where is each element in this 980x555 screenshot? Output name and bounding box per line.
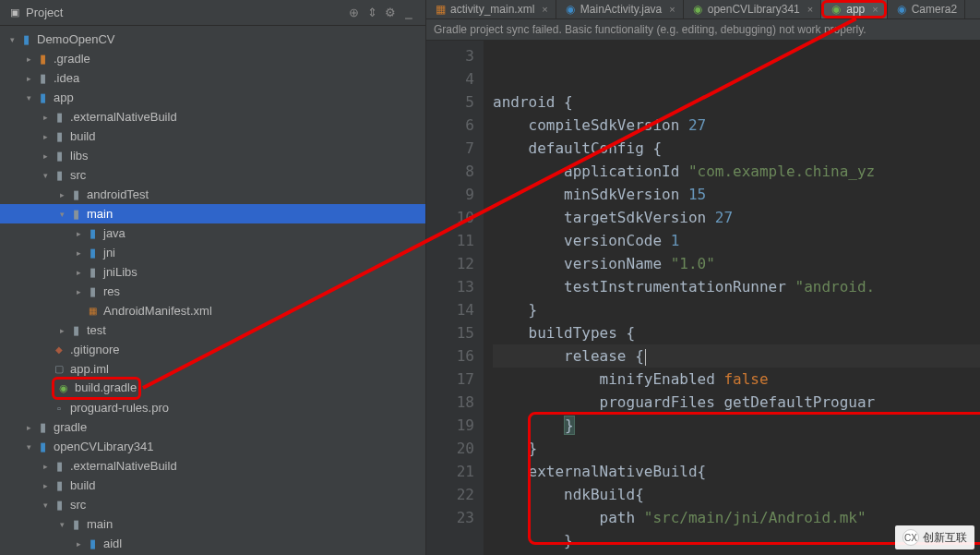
tree-item-test[interactable]: test	[0, 320, 425, 340]
tree-label: main	[87, 517, 113, 531]
expand-arrow[interactable]	[41, 462, 50, 471]
code-line[interactable]: buildTypes {	[493, 321, 980, 344]
tree-item-src[interactable]: src	[0, 165, 425, 185]
hide-icon[interactable]: ⎯	[400, 4, 418, 22]
module-icon	[35, 440, 50, 454]
code-line[interactable]: versionName "1.0"	[493, 252, 980, 275]
folder-dark	[52, 459, 66, 474]
sidebar-title: Project	[26, 6, 344, 19]
line-number: 4	[426, 67, 474, 90]
expand-arrow[interactable]	[74, 287, 83, 296]
code-line[interactable]: }	[493, 298, 980, 321]
close-icon[interactable]: ×	[669, 4, 675, 15]
tree-item-build-gradle[interactable]: build.gradle	[0, 379, 425, 398]
tree-item-gradle[interactable]: gradle	[0, 417, 425, 437]
tree-item-java[interactable]: java	[0, 223, 425, 243]
tree-item-openCVLibrary341[interactable]: openCVLibrary341	[0, 437, 425, 456]
code-line[interactable]: android {	[493, 90, 980, 114]
tree-item--idea[interactable]: .idea	[0, 68, 425, 88]
expand-arrow[interactable]	[41, 501, 50, 510]
close-icon[interactable]: ×	[807, 4, 813, 15]
code-line[interactable]: minifyEnabled false	[493, 368, 980, 391]
tree-item-libs[interactable]: libs	[0, 146, 425, 165]
file-icon	[52, 401, 66, 416]
project-tree[interactable]: DemoOpenCV.gradle.ideaapp.externalNative…	[0, 26, 425, 555]
expand-arrow[interactable]	[57, 520, 66, 529]
code-line[interactable]: }	[493, 437, 980, 460]
expand-arrow[interactable]	[41, 171, 50, 180]
tree-label: build	[70, 129, 95, 143]
expand-arrow[interactable]	[41, 113, 50, 122]
tree-label: DemoOpenCV	[37, 32, 115, 46]
tree-item-androidTest[interactable]: androidTest	[0, 185, 425, 204]
tree-label: .gitignore	[70, 343, 119, 356]
gear-icon[interactable]: ⚙	[381, 4, 400, 22]
target-icon[interactable]: ⊕	[344, 4, 363, 22]
code-line[interactable]: targetSdkVersion 27	[493, 206, 980, 229]
expand-arrow[interactable]	[24, 54, 33, 64]
expand-arrow[interactable]	[24, 74, 33, 83]
tree-item-jni[interactable]: jni	[0, 243, 425, 262]
expand-arrow[interactable]	[57, 326, 66, 335]
close-icon[interactable]: ×	[542, 4, 547, 15]
code-line[interactable]: testInstrumentationRunner "android.	[493, 275, 980, 298]
tree-item-res[interactable]: res	[0, 282, 425, 301]
expand-arrow[interactable]	[74, 268, 83, 277]
tree-item-aidl[interactable]: aidl	[0, 534, 425, 553]
code-line[interactable]: externalNativeBuild{	[493, 460, 980, 483]
tab-app[interactable]: app×	[821, 0, 887, 18]
tree-item--externalNativeBuild[interactable]: .externalNativeBuild	[0, 456, 425, 476]
tree-item-app[interactable]: app	[0, 88, 425, 107]
tree-item-jniLibs[interactable]: jniLibs	[0, 262, 425, 282]
close-icon[interactable]: ×	[872, 4, 878, 15]
code-line[interactable]: proguardFiles getDefaultProguar	[493, 391, 980, 414]
tree-item--gitignore[interactable]: .gitignore	[0, 340, 425, 359]
tab-Camera2[interactable]: Camera2	[888, 0, 965, 18]
expand-arrow[interactable]	[74, 229, 83, 238]
code-line[interactable]: versionCode 1	[493, 229, 980, 252]
tree-item-DemoOpenCV[interactable]: DemoOpenCV	[0, 30, 425, 49]
code-editor[interactable]: 34567891011121314151617181920212223 andr…	[426, 41, 980, 555]
expand-arrow[interactable]	[24, 93, 33, 103]
sidebar-header: ▣ Project ⊕ ⇕ ⚙ ⎯	[0, 0, 425, 26]
expand-arrow[interactable]	[57, 190, 66, 199]
tree-item-app-iml[interactable]: app.iml	[0, 359, 425, 379]
line-number: 17	[426, 368, 474, 391]
code-line[interactable]: applicationId "com.example.china_yz	[493, 160, 980, 183]
tree-item-build[interactable]: build	[0, 127, 425, 146]
tree-item-src[interactable]: src	[0, 495, 425, 514]
code-line[interactable]: }	[493, 414, 980, 437]
tree-item-AndroidManifest-xml[interactable]: AndroidManifest.xml	[0, 301, 425, 320]
collapse-icon[interactable]: ⇕	[363, 4, 381, 22]
tree-item-main[interactable]: main	[0, 204, 425, 223]
expand-arrow	[74, 307, 83, 316]
folder-dark	[68, 207, 83, 222]
expand-arrow[interactable]	[74, 539, 83, 549]
expand-arrow[interactable]	[57, 210, 66, 219]
tree-item-proguard-rules-pro[interactable]: proguard-rules.pro	[0, 398, 425, 417]
tree-item-build[interactable]: build	[0, 476, 425, 495]
code-line[interactable]: defaultConfig {	[493, 137, 980, 160]
folder-dark	[68, 517, 83, 532]
line-number: 15	[426, 321, 474, 344]
code-line[interactable]: release {	[493, 344, 980, 368]
expand-arrow[interactable]	[24, 442, 33, 452]
tab-MainActivity-java[interactable]: MainActivity.java×	[556, 0, 684, 18]
tree-item--externalNativeBuild[interactable]: .externalNativeBuild	[0, 107, 425, 127]
tab-openCVLibrary341[interactable]: openCVLibrary341×	[684, 0, 822, 18]
tree-item-main[interactable]: main	[0, 514, 425, 534]
expand-arrow[interactable]	[24, 423, 33, 432]
tree-item--gradle[interactable]: .gradle	[0, 49, 425, 68]
code-content[interactable]: android { compileSdkVersion 27 defaultCo…	[484, 41, 980, 555]
expand-arrow[interactable]	[41, 151, 50, 161]
code-line[interactable]: compileSdkVersion 27	[493, 114, 980, 137]
git-icon	[52, 343, 66, 357]
tab-activity-main-xml[interactable]: activity_main.xml×	[426, 0, 556, 18]
expand-arrow	[41, 345, 50, 355]
expand-arrow[interactable]	[74, 248, 83, 258]
expand-arrow[interactable]	[7, 35, 17, 44]
code-line[interactable]: ndkBuild{	[493, 483, 980, 506]
code-line[interactable]: minSdkVersion 15	[493, 183, 980, 206]
expand-arrow[interactable]	[41, 481, 50, 490]
expand-arrow[interactable]	[41, 132, 50, 141]
